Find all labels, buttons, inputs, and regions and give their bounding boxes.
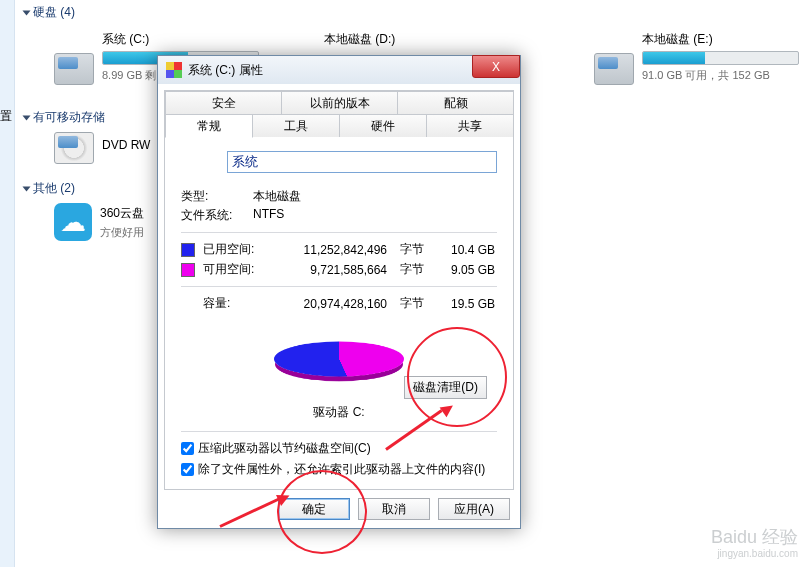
watermark-url: jingyan.baidu.com [711, 548, 798, 559]
free-swatch [181, 263, 195, 277]
tabs-row-top: 安全 以前的版本 配额 [165, 91, 513, 114]
watermark: Baidu 经验 jingyan.baidu.com [711, 528, 798, 559]
fs-value: NTFS [253, 207, 284, 224]
compress-label: 压缩此驱动器以节约磁盘空间(C) [198, 440, 371, 457]
dialog-titlebar[interactable]: 系统 (C:) 属性 X [158, 56, 520, 84]
triangle-icon [23, 186, 31, 191]
triangle-icon [23, 115, 31, 120]
drive-e[interactable]: 本地磁盘 (E:) 91.0 GB 可用，共 152 GB [594, 23, 804, 85]
annotation-circle [277, 470, 367, 554]
annotation-circle [407, 327, 507, 427]
drive-sub: 方便好用 [100, 225, 144, 240]
triangle-icon [23, 10, 31, 15]
cap-gb: 19.5 GB [437, 297, 495, 311]
type-value: 本地磁盘 [253, 188, 301, 205]
cancel-button[interactable]: 取消 [358, 498, 430, 520]
group-title: 有可移动存储 [33, 109, 105, 126]
group-title: 硬盘 (4) [33, 4, 75, 21]
drive-large-icon [181, 148, 215, 176]
compress-checkbox[interactable] [181, 442, 194, 455]
drive-sub: 91.0 GB 可用，共 152 GB [642, 68, 799, 83]
tab-tools[interactable]: 工具 [252, 114, 340, 137]
watermark-brand: Baidu 经验 [711, 527, 798, 547]
apply-button[interactable]: 应用(A) [438, 498, 510, 520]
properties-dialog: 系统 (C:) 属性 X 安全 以前的版本 配额 常规 工具 硬件 共享 [157, 55, 521, 529]
used-space-row: 已用空间: 11,252,842,496 字节 10.4 GB [181, 241, 497, 258]
index-checkbox[interactable] [181, 463, 194, 476]
drive-name-input[interactable] [227, 151, 497, 173]
usage-pie-chart [274, 342, 404, 377]
dvd-icon [54, 132, 94, 164]
compress-checkbox-row[interactable]: 压缩此驱动器以节约磁盘空间(C) [181, 440, 497, 457]
used-swatch [181, 243, 195, 257]
dialog-title: 系统 (C:) 属性 [188, 62, 263, 79]
tab-hardware[interactable]: 硬件 [339, 114, 427, 137]
used-label: 已用空间: [203, 241, 259, 258]
close-button[interactable]: X [472, 55, 520, 78]
group-header-drives[interactable]: 硬盘 (4) [24, 4, 808, 21]
capacity-row: 容量: 20,974,428,160 字节 19.5 GB [181, 295, 497, 312]
tab-previous-versions[interactable]: 以前的版本 [281, 91, 398, 114]
unit: 字节 [395, 261, 429, 278]
hdd-icon [594, 53, 634, 85]
free-gb: 9.05 GB [437, 263, 495, 277]
tab-security[interactable]: 安全 [165, 91, 282, 114]
drive-name: 360云盘 [100, 205, 144, 222]
hdd-icon [54, 53, 94, 85]
used-gb: 10.4 GB [437, 243, 495, 257]
cap-bytes: 20,974,428,160 [267, 297, 387, 311]
free-bytes: 9,721,585,664 [267, 263, 387, 277]
cap-label: 容量: [203, 295, 259, 312]
windows-icon [166, 62, 182, 78]
tab-quota[interactable]: 配额 [397, 91, 514, 114]
tab-general[interactable]: 常规 [165, 114, 253, 138]
free-label: 可用空间: [203, 261, 259, 278]
group-title: 其他 (2) [33, 180, 75, 197]
tab-sharing[interactable]: 共享 [426, 114, 514, 137]
unit: 字节 [395, 295, 429, 312]
cloud-icon: ☁ [54, 203, 92, 241]
unit: 字节 [395, 241, 429, 258]
free-space-row: 可用空间: 9,721,585,664 字节 9.05 GB [181, 261, 497, 278]
drive-name: 本地磁盘 (E:) [642, 31, 799, 48]
type-label: 类型: [181, 188, 253, 205]
drive-name: 本地磁盘 (D:) [324, 31, 395, 48]
close-icon: X [492, 60, 500, 74]
drive-name: 系统 (C:) [102, 31, 259, 48]
fs-label: 文件系统: [181, 207, 253, 224]
tab-body-general: 类型:本地磁盘 文件系统:NTFS 已用空间: 11,252,842,496 字… [165, 138, 513, 488]
used-bytes: 11,252,842,496 [267, 243, 387, 257]
tabs-row-bottom: 常规 工具 硬件 共享 [165, 114, 513, 138]
drive-name: DVD RW [102, 138, 150, 152]
usage-bar [642, 51, 799, 65]
